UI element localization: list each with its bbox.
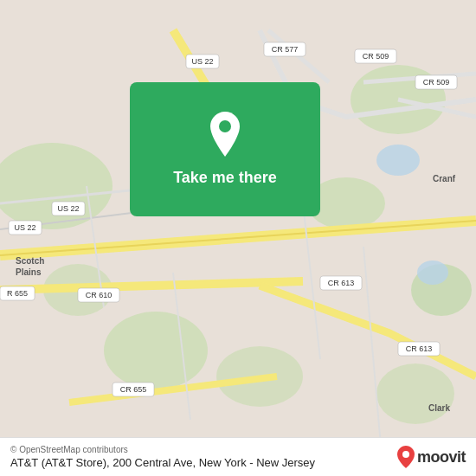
take-me-there-label: Take me there [173,169,277,187]
svg-text:CR 655: CR 655 [120,385,147,394]
svg-text:CR 509: CR 509 [363,52,389,61]
osm-credit: © OpenStreetMap contributors [10,445,389,454]
svg-text:CR 610: CR 610 [86,291,113,299]
svg-text:CR 613: CR 613 [406,344,433,353]
take-me-there-button[interactable]: Take me there [130,82,320,216]
svg-text:Cranf: Cranf [433,174,456,183]
map-background: CR 577 US 22 CR 509 CR 509 US 22 US 22 S… [0,0,476,476]
map-container: CR 577 US 22 CR 509 CR 509 US 22 US 22 S… [0,0,476,476]
svg-text:US 22: US 22 [57,204,79,213]
location-name: AT&T (AT&T Store), 200 Central Ave, New … [10,456,389,469]
svg-point-43 [219,120,231,132]
svg-point-9 [376,145,420,176]
location-pin-icon [204,112,246,160]
svg-point-2 [104,312,208,389]
svg-text:CR 613: CR 613 [328,279,355,287]
svg-point-8 [376,363,454,424]
svg-text:Scotch: Scotch [16,256,44,266]
svg-text:US 22: US 22 [191,57,213,66]
svg-text:US 22: US 22 [14,223,35,232]
svg-point-44 [402,451,409,458]
moovit-text: moovit [417,448,466,466]
svg-text:R 655: R 655 [7,289,28,298]
svg-text:Clark: Clark [428,403,450,413]
moovit-pin-icon [396,446,415,468]
bottom-bar: © OpenStreetMap contributors AT&T (AT&T … [0,437,476,476]
svg-text:CR 577: CR 577 [272,45,299,54]
moovit-logo: moovit [396,446,466,468]
bottom-left: © OpenStreetMap contributors AT&T (AT&T … [10,445,389,469]
svg-text:Plains: Plains [16,267,42,277]
svg-point-10 [417,261,448,285]
svg-text:CR 509: CR 509 [423,78,450,87]
